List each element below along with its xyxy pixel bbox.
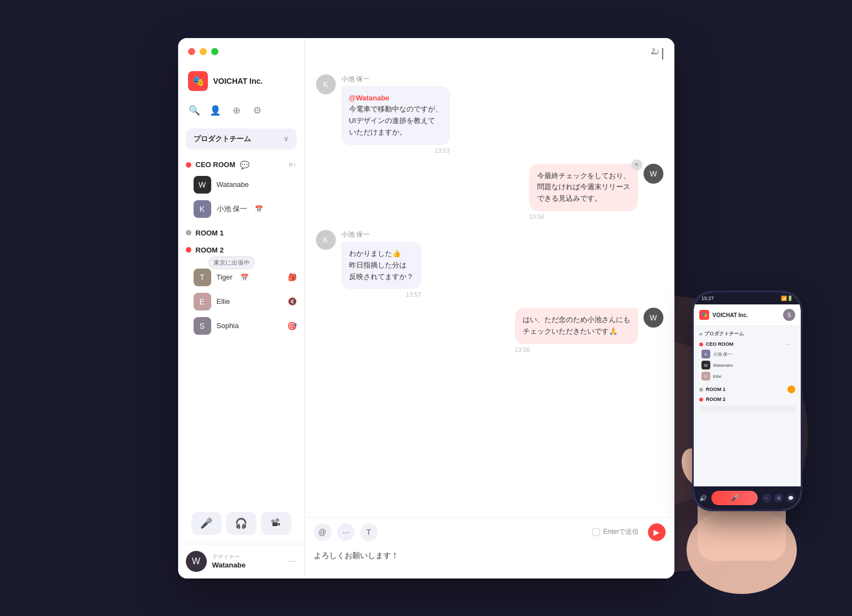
tiger-tooltip: 東京に出張中 bbox=[208, 256, 255, 269]
member-sophia-name: Sophia bbox=[217, 322, 239, 330]
phone-koike-name: 小池 保一 bbox=[713, 351, 732, 357]
msg-bubble-2: 今最終チェックをしており、問題なければ今週末リリースできる見込みです。 × bbox=[529, 164, 638, 211]
member-koike-name: 小池 保一 bbox=[217, 204, 248, 214]
phone-watanabe-name: Watanabe bbox=[713, 363, 733, 368]
msg-content-2: 今最終チェックをしており、問題なければ今週末リリースできる見込みです。 × 13… bbox=[529, 164, 638, 220]
phone-mic-button[interactable]: 🎤 bbox=[711, 491, 758, 505]
more-options-icon[interactable]: ··· bbox=[288, 555, 296, 567]
emoji-button[interactable]: ··· bbox=[337, 523, 355, 541]
member-watanabe-name: Watanabe bbox=[217, 180, 249, 189]
app-title: VOICHAT Inc. bbox=[213, 77, 263, 85]
team-name: プロダクトチーム bbox=[194, 134, 251, 144]
member-tiger[interactable]: 東京に出張中 T Tiger 📅 🎒 bbox=[178, 258, 304, 290]
bottom-user: W デザイナー Watanabe ··· bbox=[178, 544, 304, 578]
enter-toggle[interactable]: Enterで送信 bbox=[592, 527, 639, 537]
phone-speaker-icon[interactable]: 🔊 bbox=[699, 495, 707, 502]
headphone-button[interactable]: 🎧 bbox=[226, 512, 256, 535]
phone-screen: 15:27 📶🔋 🎭 VOICHAT Inc. S ≡ プロダクトチーム CEO… bbox=[694, 292, 801, 510]
phone-room-ceo[interactable]: CEO ROOM ··· ↑ bbox=[694, 340, 801, 349]
maximize-button[interactable] bbox=[211, 48, 218, 55]
phone-ceo-export: ↑ bbox=[793, 342, 795, 347]
room-ceo[interactable]: CEO ROOM 💬 ≡↑ bbox=[178, 157, 304, 173]
send-button[interactable]: ▶ bbox=[648, 523, 666, 541]
room-1[interactable]: ROOM 1 bbox=[178, 226, 304, 240]
msg-time-4: 13:56 bbox=[515, 346, 638, 353]
msg-time-1: 13:53 bbox=[341, 147, 450, 154]
close-button[interactable] bbox=[188, 48, 195, 55]
chat-input[interactable]: よろしくお願いします！ bbox=[314, 545, 666, 573]
phone-frame: 15:27 📶🔋 🎭 VOICHAT Inc. S ≡ プロダクトチーム CEO… bbox=[692, 291, 802, 511]
tiger-badge: 📅 bbox=[240, 274, 249, 281]
phone-member-koike: K 小池 保一 bbox=[694, 349, 801, 360]
ellie-mute-icon: 🔇 bbox=[288, 297, 297, 306]
phone-minus-icon[interactable]: − bbox=[762, 494, 771, 502]
user-name: Watanabe bbox=[212, 561, 283, 569]
sidebar: 🎭 VOICHAT Inc. 🔍 👤 ⊕ ⚙ プロダクトチーム ∨ CEO RO… bbox=[178, 38, 305, 578]
bottom-user-avatar: W bbox=[186, 551, 207, 572]
enter-label: Enterで送信 bbox=[603, 527, 639, 537]
message-2: W 今最終チェックをしており、問題なければ今週末リリースできる見込みです。 × … bbox=[316, 164, 663, 220]
add-channel-icon[interactable]: ⊕ bbox=[230, 104, 243, 117]
member-koike[interactable]: K 小池 保一 📅 bbox=[178, 197, 304, 221]
phone-ceo-label: CEO ROOM bbox=[706, 341, 733, 347]
member-ellie[interactable]: E Ellie 🔇 bbox=[178, 290, 304, 314]
format-text-button[interactable]: T bbox=[360, 523, 378, 541]
member-tiger-name: Tiger bbox=[217, 273, 233, 281]
phone-team-row: ≡ プロダクトチーム bbox=[694, 328, 801, 340]
phone-content: ≡ プロダクトチーム CEO ROOM ··· ↑ K 小池 保一 W Wata… bbox=[694, 326, 801, 486]
phone-avatar-ellie: E bbox=[701, 372, 710, 381]
mention-button[interactable]: @ bbox=[314, 523, 331, 541]
search-icon[interactable]: 🔍 bbox=[188, 104, 201, 117]
phone-status-bar: 15:27 📶🔋 bbox=[694, 292, 801, 304]
phone-ceo-dot bbox=[699, 342, 703, 346]
tiger-status-icon: 🎒 bbox=[288, 273, 297, 281]
msg-time-2: 13:56 bbox=[529, 213, 638, 220]
team-dropdown[interactable]: プロダクトチーム ∨ bbox=[186, 128, 297, 149]
sophia-camera-icon: 🎯 bbox=[287, 322, 297, 330]
room-2-dot bbox=[186, 247, 191, 253]
mic-button[interactable]: 🎤 bbox=[191, 512, 222, 535]
minimize-button[interactable] bbox=[200, 48, 207, 55]
message-3: K 小池 保一 わかりました👍昨日指摘した分は反映されてますか？ 13:57 bbox=[316, 230, 663, 298]
msg-time-3: 13:57 bbox=[341, 291, 421, 298]
close-message-btn[interactable]: × bbox=[631, 159, 642, 170]
phone-avatar-koike: K bbox=[701, 350, 710, 358]
member-watanabe[interactable]: W Watanabe bbox=[178, 173, 304, 197]
member-sophia[interactable]: S Sophia 🎯 bbox=[178, 314, 304, 338]
phone-time: 15:27 bbox=[701, 296, 714, 301]
avatar-tiger: T bbox=[194, 269, 211, 286]
phone-room-2[interactable]: ROOM 2 bbox=[694, 395, 801, 404]
msg-content-1: 小池 保一 @Watanabe 今電車で移動中なのですが、UIデザインの進捗を教… bbox=[341, 74, 450, 154]
phone-room-1[interactable]: ROOM 1 → bbox=[694, 384, 801, 395]
message-4: W はい、ただ念のため小池さんにもチェックいただきたいです🙏 13:56 bbox=[316, 308, 663, 353]
sidebar-header: 🎭 VOICHAT Inc. bbox=[178, 66, 304, 100]
phone-room2-dot bbox=[699, 398, 703, 401]
app-logo-icon: 🎭 bbox=[188, 71, 208, 91]
room-2-label: ROOM 2 bbox=[196, 246, 224, 254]
phone-signal: 📶🔋 bbox=[781, 296, 793, 301]
settings-icon[interactable]: ⚙ bbox=[251, 104, 264, 117]
room-options-icon[interactable]: ≡↑ bbox=[288, 160, 296, 169]
phone-title: VOICHAT Inc. bbox=[712, 312, 748, 318]
phone-grid-icon[interactable]: ⊞ bbox=[774, 494, 783, 502]
chat-area: ←| K 小池 保一 @Watanabe 今電車で移動中なのですが、UIデザイン… bbox=[305, 38, 674, 578]
screen-share-button[interactable]: 📽 bbox=[261, 512, 291, 535]
koike-badge: 📅 bbox=[255, 205, 263, 213]
enter-checkbox[interactable] bbox=[592, 528, 600, 536]
avatar-sophia: S bbox=[194, 317, 211, 335]
room-2[interactable]: ROOM 2 bbox=[178, 243, 304, 258]
refresh-icon[interactable]: ↻ bbox=[651, 46, 665, 59]
phone-room1-label: ROOM 1 bbox=[706, 387, 726, 392]
messages-list: K 小池 保一 @Watanabe 今電車で移動中なのですが、UIデザインの進捗… bbox=[305, 66, 674, 517]
msg-bubble-3: わかりました👍昨日指摘した分は反映されてますか？ bbox=[341, 242, 421, 289]
add-user-icon[interactable]: 👤 bbox=[209, 104, 222, 117]
phone-mini-icons: − ⊞ 💬 bbox=[762, 494, 795, 502]
voice-controls: 🎤 🎧 📽 bbox=[184, 505, 299, 542]
phone-ellie-name: Ellie bbox=[713, 374, 721, 379]
rooms-list: CEO ROOM 💬 ≡↑ W Watanabe K 小池 保一 📅 ROOM … bbox=[178, 157, 304, 503]
phone-placeholder-bar bbox=[699, 406, 795, 411]
bottom-user-info: デザイナー Watanabe bbox=[212, 553, 283, 569]
chat-input-area: @ ··· T Enterで送信 ▶ よろしくお願いします！ bbox=[305, 517, 674, 578]
avatar-ellie: E bbox=[194, 293, 211, 310]
phone-chat-icon[interactable]: 💬 bbox=[786, 494, 795, 502]
